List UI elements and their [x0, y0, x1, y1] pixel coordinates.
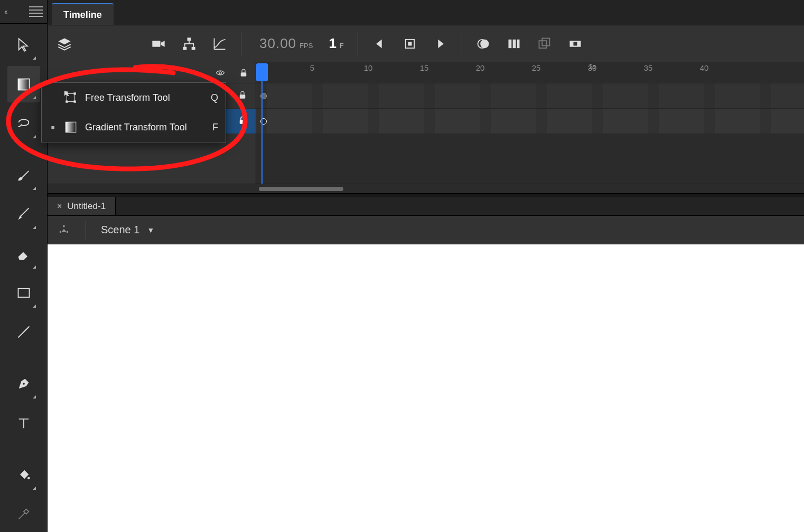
svg-rect-21 — [241, 72, 247, 77]
svg-rect-6 — [188, 37, 191, 41]
next-keyframe-icon[interactable] — [433, 36, 448, 51]
scene-selector[interactable]: Scene 1 ▼ — [101, 224, 154, 236]
thin-brush-icon — [16, 207, 31, 222]
flyout-item-shortcut: Q — [209, 92, 218, 103]
pen-nib-icon — [16, 376, 31, 391]
close-icon[interactable]: × — [57, 202, 62, 211]
svg-rect-28 — [66, 122, 76, 132]
edit-multiple-frames-icon[interactable] — [537, 36, 552, 51]
collapse-panel-icon[interactable]: ‹‹ — [4, 7, 6, 16]
panel-menu-icon[interactable] — [29, 6, 43, 17]
paint-bucket-tool[interactable] — [7, 457, 40, 492]
pen-tool[interactable] — [7, 366, 40, 402]
rectangle-icon — [16, 286, 31, 300]
lock-icon[interactable] — [238, 116, 248, 127]
free-transform-icon — [64, 91, 78, 104]
svg-rect-16 — [539, 41, 546, 48]
rectangle-tool[interactable] — [7, 275, 40, 311]
paint-bucket-icon — [16, 467, 31, 482]
svg-rect-5 — [152, 41, 160, 47]
edit-scene-icon[interactable] — [57, 223, 71, 238]
svg-point-4 — [27, 477, 30, 480]
svg-rect-27 — [73, 100, 76, 102]
timeline-ruler[interactable]: 1s 5 10 15 20 25 30 35 40 — [256, 62, 804, 83]
eyedropper-icon — [16, 507, 31, 521]
fps-label: FPS — [300, 42, 313, 50]
document-tab[interactable]: × Untitled-1 — [48, 197, 116, 215]
frame-value: 1 — [329, 35, 336, 52]
frame-view-icon[interactable] — [507, 36, 521, 51]
timeline-tracks[interactable]: 1s 5 10 15 20 25 30 35 40 — [256, 62, 804, 184]
svg-rect-17 — [542, 38, 549, 45]
brush-tool[interactable] — [7, 157, 40, 193]
eraser-tool[interactable] — [7, 235, 40, 271]
flyout-item-gradient-transform[interactable]: ■ Gradient Transform Tool F — [42, 112, 226, 142]
keyframe-icon[interactable] — [260, 118, 267, 125]
gradient-square-icon — [16, 77, 31, 92]
prev-keyframe-icon[interactable] — [372, 36, 387, 51]
svg-point-20 — [219, 71, 222, 74]
timeline-panel-tab[interactable]: Timeline — [52, 3, 114, 25]
line-tool[interactable] — [7, 314, 40, 350]
current-frame-display[interactable]: 1 F — [329, 35, 343, 52]
onion-skin-icon[interactable] — [476, 36, 491, 51]
track-row[interactable] — [256, 109, 804, 134]
svg-rect-19 — [573, 42, 577, 45]
free-transform-tool[interactable] — [7, 66, 40, 102]
line-icon — [16, 325, 31, 339]
fps-value: 30.00 — [259, 35, 296, 52]
lock-column-icon[interactable] — [239, 65, 248, 80]
timeline-scrollbar[interactable] — [48, 184, 804, 193]
eraser-icon — [16, 246, 31, 261]
svg-point-12 — [480, 39, 489, 48]
svg-rect-1 — [18, 289, 29, 297]
tool-panel: ‹‹ — [0, 0, 48, 532]
flyout-item-free-transform[interactable]: Free Transform Tool Q — [42, 83, 226, 112]
stage-canvas[interactable] — [48, 244, 804, 532]
paintbrush-icon — [16, 168, 31, 183]
layer-parenting-icon[interactable] — [182, 36, 197, 51]
scrollbar-thumb[interactable] — [259, 187, 343, 191]
selection-tool[interactable] — [7, 27, 40, 63]
current-indicator: ■ — [49, 124, 57, 130]
graph-editor-icon[interactable] — [212, 36, 227, 51]
svg-rect-25 — [73, 92, 76, 94]
visibility-column-icon[interactable] — [216, 65, 225, 80]
svg-rect-23 — [240, 120, 246, 124]
arrow-cursor-icon — [16, 37, 31, 52]
svg-rect-15 — [517, 39, 520, 48]
svg-rect-13 — [508, 39, 511, 48]
svg-rect-0 — [18, 79, 29, 90]
pencil-brush-tool[interactable] — [7, 196, 40, 232]
marker-icon[interactable] — [568, 36, 583, 51]
chevron-down-icon: ▼ — [147, 226, 154, 234]
svg-rect-14 — [512, 39, 516, 48]
lasso-icon — [16, 116, 31, 131]
text-icon — [16, 416, 31, 431]
svg-rect-7 — [183, 46, 186, 50]
flyout-item-label: Free Transform Tool — [85, 92, 201, 103]
svg-line-2 — [18, 327, 29, 338]
layers-stack-icon[interactable] — [57, 36, 72, 51]
timeline-toolbar: 30.00 FPS 1 F — [48, 25, 804, 62]
tool-flyout-menu: Free Transform Tool Q ■ Gradient Transfo… — [41, 82, 226, 142]
camera-icon[interactable] — [151, 36, 166, 51]
main-area: Timeline — [48, 0, 804, 532]
track-row[interactable] — [256, 83, 804, 109]
lasso-tool[interactable] — [7, 106, 40, 141]
svg-rect-26 — [66, 100, 68, 102]
keyframe-icon[interactable] — [260, 93, 267, 99]
svg-rect-8 — [192, 46, 195, 50]
text-tool[interactable] — [7, 405, 40, 441]
svg-rect-10 — [408, 42, 412, 45]
flyout-item-label: Gradient Transform Tool — [85, 122, 201, 133]
eyedropper-tool[interactable] — [7, 496, 40, 532]
stop-icon[interactable] — [403, 36, 417, 51]
document-tab-name: Untitled-1 — [67, 201, 106, 212]
lock-icon[interactable] — [238, 90, 248, 102]
frame-label: F — [340, 42, 344, 50]
svg-rect-22 — [240, 94, 246, 99]
gradient-transform-icon — [64, 120, 78, 134]
svg-point-3 — [23, 383, 25, 385]
fps-display[interactable]: 30.00 FPS — [259, 35, 313, 52]
